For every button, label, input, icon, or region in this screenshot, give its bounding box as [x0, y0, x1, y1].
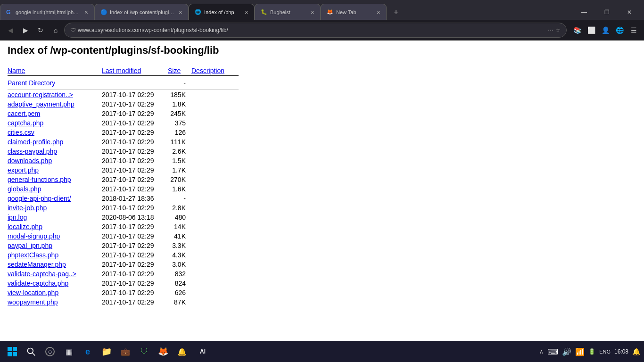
file-link[interactable]: cacert.pem [8, 110, 40, 117]
file-size-cell: 2.6K [168, 147, 191, 156]
sort-by-name[interactable]: Name [8, 67, 25, 74]
file-link[interactable]: paypal_ipn.php [8, 242, 52, 249]
file-modified-cell: 2017-10-17 02:29 [102, 231, 168, 241]
file-name-cell: modal-signup.php [8, 231, 102, 241]
close-button[interactable]: ✕ [619, 5, 640, 20]
firefox-account-icon[interactable]: 👤 [599, 24, 612, 37]
extensions-icon[interactable]: 🌐 [613, 24, 626, 37]
taskbar-defender-icon[interactable]: 🛡 [136, 343, 153, 360]
tab-google[interactable]: G google inurl:(html|html|php|pl>.. × [0, 4, 94, 20]
col-header-description[interactable]: Description [191, 66, 239, 76]
tab-index-php[interactable]: 🌐 Index of /php × [189, 4, 255, 20]
table-row: validate-captcha-pag..> 2017-10-17 02:29… [8, 269, 239, 279]
forward-button[interactable]: ▶ [19, 24, 32, 37]
file-link[interactable]: view-location.php [8, 289, 58, 296]
url-bar[interactable]: 🛡 www.ausyresolutions.com/wp-content/plu… [64, 23, 567, 38]
file-modified-cell: 2017-10-17 02:29 [102, 147, 168, 156]
file-link[interactable]: downloads.php [8, 157, 52, 165]
taskbar-action-center-icon[interactable]: 🔔 [173, 343, 190, 360]
tab-close-new-tab[interactable]: × [377, 8, 380, 16]
taskbar-up-arrow[interactable]: ∧ [539, 348, 544, 355]
file-size-cell: - [168, 194, 191, 203]
file-size-cell: 480 [168, 213, 191, 222]
file-link[interactable]: class-paypal.php [8, 148, 57, 155]
taskbar-cortana-icon[interactable]: ⊙ [41, 343, 58, 360]
taskbar-store-icon[interactable]: 💼 [117, 343, 134, 360]
file-link[interactable]: woopayment.php [8, 298, 58, 306]
svg-rect-3 [13, 352, 17, 356]
file-link[interactable]: account-registration..> [8, 91, 73, 99]
reload-button[interactable]: ↻ [34, 24, 47, 37]
file-desc-cell [191, 260, 239, 269]
tab-new-tab[interactable]: 🦊 New Tab × [321, 4, 387, 20]
file-name-cell: validate-captcha.php [8, 279, 102, 288]
taskbar-network-icon[interactable]: 📶 [575, 347, 585, 356]
file-link[interactable]: export.php [8, 166, 39, 174]
back-button[interactable]: ◀ [4, 24, 17, 37]
parent-dir-link[interactable]: Parent Directory [8, 79, 55, 87]
table-row: globals.php 2017-10-17 02:29 1.6K [8, 184, 239, 194]
taskbar-edge-icon[interactable]: e [79, 343, 96, 360]
parent-dir-name[interactable]: Parent Directory [8, 78, 102, 88]
file-link[interactable]: cities.csv [8, 129, 34, 136]
minimize-button[interactable]: — [573, 5, 595, 20]
sort-by-modified[interactable]: Last modified [102, 67, 141, 74]
file-link[interactable]: localize.php [8, 223, 42, 230]
tab-close-google[interactable]: × [84, 8, 88, 16]
file-link[interactable]: google-api-php-client/ [8, 195, 71, 202]
tab-close-bugheist[interactable]: × [311, 8, 314, 16]
tab-index-plugins[interactable]: 🔵 Index of /wp-content/plugins/ × [94, 4, 189, 20]
file-size-cell: 375 [168, 118, 191, 128]
file-link[interactable]: captcha.php [8, 119, 43, 127]
restore-button[interactable]: ❐ [596, 5, 618, 20]
file-link[interactable]: validate-captcha.php [8, 280, 68, 287]
windows-logo-icon [7, 346, 18, 357]
file-link[interactable]: invite-job.php [8, 204, 47, 212]
file-link[interactable]: modal-signup.php [8, 232, 60, 240]
tab-title-new-tab: New Tab [336, 9, 374, 15]
taskbar-keyboard-icon[interactable]: ⌨ [547, 347, 558, 356]
tab-close-index-php[interactable]: × [245, 8, 248, 16]
start-button[interactable] [4, 343, 21, 360]
taskbar-explorer-icon[interactable]: 📁 [98, 343, 115, 360]
file-link[interactable]: validate-captcha-pag..> [8, 270, 76, 278]
bookmark-icon[interactable]: ☆ [555, 27, 561, 33]
home-button[interactable]: ⌂ [49, 24, 62, 37]
file-link[interactable]: ipn.log [8, 214, 27, 221]
pocket-icon[interactable]: ⬜ [585, 24, 598, 37]
sort-by-description[interactable]: Description [191, 67, 224, 74]
taskbar-notification-icon[interactable]: 🔔 [632, 348, 640, 355]
taskbar-search-icon[interactable] [23, 343, 40, 360]
tab-bugheist[interactable]: 🐛 Bugheist × [255, 4, 321, 20]
taskbar-volume-icon[interactable]: 🔊 [562, 347, 571, 356]
address-bar: ◀ ▶ ↻ ⌂ 🛡 www.ausyresolutions.com/wp-con… [0, 20, 644, 41]
table-row: downloads.php 2017-10-17 02:29 1.5K [8, 156, 239, 165]
file-link[interactable]: phptextClass.php [8, 251, 58, 259]
menu-icon[interactable]: ☰ [627, 24, 640, 37]
taskbar-firefox-icon[interactable]: 🦊 [155, 343, 172, 360]
taskbar-battery-icon[interactable]: 🔋 [588, 348, 595, 355]
file-link[interactable]: general-functions.php [8, 176, 71, 183]
library-icon[interactable]: 📚 [570, 24, 584, 37]
url-dots-icon[interactable]: ⋯ [548, 27, 553, 33]
file-link[interactable]: claimed-profile.php [8, 138, 63, 146]
col-header-name[interactable]: Name [8, 66, 102, 76]
taskbar-task-view-icon[interactable]: ▦ [60, 343, 77, 360]
file-desc-cell [191, 128, 239, 137]
file-modified-cell: 2017-10-17 02:29 [102, 156, 168, 165]
file-modified-cell: 2017-10-17 02:29 [102, 90, 168, 100]
sort-by-size[interactable]: Size [168, 67, 181, 74]
url-actions: ⋯ ☆ [548, 27, 561, 33]
file-name-cell: invite-job.php [8, 203, 102, 213]
file-link[interactable]: sedateManager.php [8, 261, 66, 268]
file-link[interactable]: adaptive_payment.php [8, 100, 74, 108]
file-desc-cell [191, 118, 239, 128]
file-link[interactable]: globals.php [8, 185, 41, 193]
firefox-icon: 🦊 [158, 346, 168, 357]
col-header-size[interactable]: Size [168, 66, 191, 76]
col-header-modified[interactable]: Last modified [102, 66, 168, 76]
file-modified-cell: 2017-10-17 02:29 [102, 222, 168, 231]
taskbar-ai-item[interactable]: Ai [194, 343, 211, 360]
tab-close-index-plugins[interactable]: × [179, 8, 182, 16]
new-tab-button[interactable]: + [388, 5, 404, 20]
